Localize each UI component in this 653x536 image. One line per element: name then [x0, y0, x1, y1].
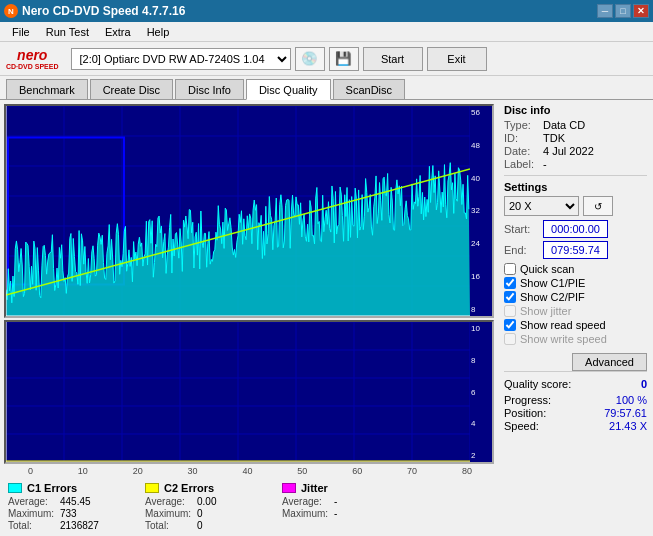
- title-bar: N Nero CD-DVD Speed 4.7.7.16 ─ □ ✕: [0, 0, 653, 22]
- tab-scan-disc[interactable]: ScanDisc: [333, 79, 405, 99]
- eject-button[interactable]: 💿: [295, 47, 325, 71]
- show-c2-pif-checkbox[interactable]: [504, 291, 516, 303]
- app-icon: N: [4, 4, 18, 18]
- menu-extra[interactable]: Extra: [97, 24, 139, 40]
- c1-title: C1 Errors: [27, 482, 77, 494]
- quality-score-row: Quality score: 0: [504, 378, 647, 390]
- show-write-speed-label: Show write speed: [520, 333, 607, 345]
- drive-selector[interactable]: [2:0] Optiarc DVD RW AD-7240S 1.04: [71, 48, 291, 70]
- logo: nero CD·DVD SPEED: [6, 47, 59, 70]
- quality-score-value: 0: [641, 378, 647, 390]
- show-jitter-label: Show jitter: [520, 305, 571, 317]
- start-button[interactable]: Start: [363, 47, 423, 71]
- speed-select[interactable]: 20 X: [504, 196, 579, 216]
- menu-bar: File Run Test Extra Help: [0, 22, 653, 42]
- tab-bar: Benchmark Create Disc Disc Info Disc Qua…: [0, 76, 653, 100]
- top-chart: 56 48 40 32 24 16 8: [4, 104, 494, 318]
- toolbar: nero CD·DVD SPEED [2:0] Optiarc DVD RW A…: [0, 42, 653, 76]
- progress-section: Progress: 100 % Position: 79:57.61 Speed…: [504, 394, 647, 432]
- show-c2-pif-label: Show C2/PIF: [520, 291, 585, 303]
- jitter-title: Jitter: [301, 482, 328, 494]
- tab-benchmark[interactable]: Benchmark: [6, 79, 88, 99]
- position-label: Position:: [504, 407, 546, 419]
- quick-scan-label: Quick scan: [520, 263, 574, 275]
- chart-legend: C1 Errors Average: 445.45 Maximum: 733 T…: [0, 478, 498, 536]
- speed-refresh-button[interactable]: ↺: [583, 196, 613, 216]
- main-content: 56 48 40 32 24 16 8 10 8 6 4 2: [0, 100, 653, 536]
- menu-help[interactable]: Help: [139, 24, 178, 40]
- advanced-button[interactable]: Advanced: [572, 353, 647, 371]
- settings-section: Settings 20 X ↺ Start: End: Quick scan: [504, 181, 647, 345]
- minimize-button[interactable]: ─: [597, 4, 613, 18]
- end-time-field[interactable]: [543, 241, 608, 259]
- tab-create-disc[interactable]: Create Disc: [90, 79, 173, 99]
- tab-disc-quality[interactable]: Disc Quality: [246, 79, 331, 100]
- progress-value: 100 %: [616, 394, 647, 406]
- show-jitter-checkbox[interactable]: [504, 305, 516, 317]
- save-button[interactable]: 💾: [329, 47, 359, 71]
- right-panel: Disc info Type: Data CD ID: TDK Date: 4 …: [498, 100, 653, 536]
- quick-scan-checkbox[interactable]: [504, 263, 516, 275]
- show-c1-pie-checkbox[interactable]: [504, 277, 516, 289]
- c1-color: [8, 483, 22, 493]
- quality-score-label: Quality score:: [504, 378, 571, 390]
- c2-color: [145, 483, 159, 493]
- speed-value: 21.43 X: [609, 420, 647, 432]
- show-read-speed-checkbox[interactable]: [504, 319, 516, 331]
- start-time-field[interactable]: [543, 220, 608, 238]
- disc-info-section: Disc info Type: Data CD ID: TDK Date: 4 …: [504, 104, 647, 170]
- show-read-speed-label: Show read speed: [520, 319, 606, 331]
- exit-button[interactable]: Exit: [427, 47, 487, 71]
- position-value: 79:57.61: [604, 407, 647, 419]
- menu-run-test[interactable]: Run Test: [38, 24, 97, 40]
- c2-title: C2 Errors: [164, 482, 214, 494]
- show-write-speed-checkbox[interactable]: [504, 333, 516, 345]
- speed-label: Speed:: [504, 420, 539, 432]
- show-c1-pie-label: Show C1/PIE: [520, 277, 585, 289]
- x-axis-labels: 0 10 20 30 40 50 60 70 80: [0, 464, 498, 478]
- window-title: Nero CD-DVD Speed 4.7.7.16: [22, 4, 185, 18]
- maximize-button[interactable]: □: [615, 4, 631, 18]
- menu-file[interactable]: File: [4, 24, 38, 40]
- tab-disc-info[interactable]: Disc Info: [175, 79, 244, 99]
- jitter-color: [282, 483, 296, 493]
- bottom-chart: 10 8 6 4 2: [4, 320, 494, 464]
- close-button[interactable]: ✕: [633, 4, 649, 18]
- progress-label: Progress:: [504, 394, 551, 406]
